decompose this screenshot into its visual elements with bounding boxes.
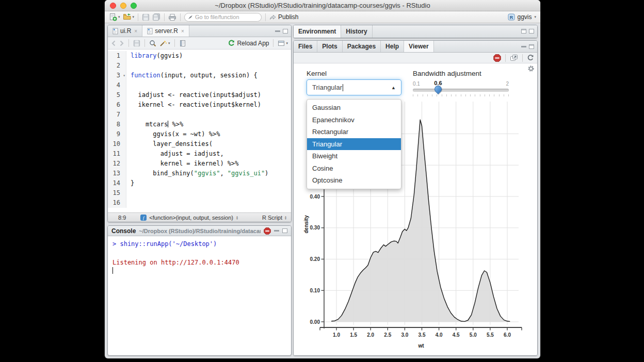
scope-selector[interactable]: f <function>(input, output, session) ▲▼	[140, 215, 238, 221]
bandwidth-slider[interactable]: 0.1 0.6 2	[413, 81, 509, 98]
stop-icon[interactable]	[264, 227, 271, 235]
reload-app-label: Reload App	[237, 40, 269, 47]
tab-viewer[interactable]: Viewer	[404, 41, 433, 52]
dropdown-option[interactable]: Gaussian	[307, 102, 401, 114]
open-file-button[interactable]: ▾	[123, 13, 135, 21]
traffic-lights	[110, 3, 137, 9]
stop-app-icon[interactable]	[493, 54, 501, 62]
goto-file-search[interactable]	[184, 13, 262, 22]
refresh-icon[interactable]	[527, 54, 534, 61]
fold-arrow-icon[interactable]: ▾	[123, 71, 125, 80]
tab-plots[interactable]: Plots	[317, 41, 342, 52]
pane-window-buttons	[521, 41, 534, 53]
environment-pane: EnvironmentHistory	[293, 25, 538, 38]
project-icon: R	[508, 13, 515, 21]
kernel-select[interactable]: Triangular ▲	[307, 79, 401, 95]
line-number: 5	[108, 90, 126, 100]
dropdown-option[interactable]: Cosine	[307, 162, 401, 175]
code-line[interactable]: 9 ggvis(x = ~wt) %>%	[108, 129, 291, 139]
tab-environment[interactable]: Environment	[294, 25, 341, 38]
maximize-pane-icon[interactable]	[283, 29, 288, 34]
document-icon	[112, 28, 118, 35]
dropdown-option[interactable]: Biweight	[307, 150, 401, 162]
publish-button[interactable]: Publish	[269, 13, 298, 21]
dropdown-option[interactable]: Triangular	[307, 138, 401, 151]
save-icon[interactable]	[142, 13, 150, 21]
code-line[interactable]: 5 iadjust <- reactive(input$adjust)	[108, 90, 291, 100]
code-line[interactable]: 4	[108, 80, 291, 90]
code-line[interactable]: 11 adjust = iadjust,	[108, 149, 291, 159]
open-in-new-window-icon[interactable]	[510, 54, 518, 61]
maximize-pane-icon[interactable]	[529, 44, 534, 49]
tab-history[interactable]: History	[341, 25, 372, 38]
maximize-pane-icon[interactable]	[282, 228, 287, 233]
save-document-icon[interactable]	[133, 40, 140, 47]
code-line[interactable]: 7	[108, 110, 291, 120]
code-line[interactable]: 2	[108, 61, 291, 71]
minimize-window-icon[interactable]	[120, 3, 126, 9]
panel-layout-button[interactable]: ▾	[278, 40, 288, 46]
dropdown-option[interactable]: Epanechnikov	[307, 114, 401, 126]
editor-tab-ui.R[interactable]: ui.R×	[108, 25, 142, 37]
tab-packages[interactable]: Packages	[343, 41, 381, 52]
editor-tab-server.R[interactable]: server.R×	[142, 25, 189, 37]
close-tab-icon[interactable]: ×	[181, 28, 184, 34]
line-number: 1	[108, 51, 126, 61]
chevron-up-icon: ▲	[391, 85, 396, 90]
code-line[interactable]: 16	[108, 198, 291, 208]
new-file-icon	[109, 13, 117, 21]
compile-notebook-icon[interactable]	[179, 40, 186, 47]
line-number: 15	[108, 188, 126, 198]
goto-file-input[interactable]	[195, 14, 258, 20]
code-line[interactable]: 1library(ggvis)	[108, 51, 291, 61]
code-segment: adjust = iadjust,	[131, 150, 224, 157]
code-line[interactable]: 3▾function(input, output, session) {	[108, 71, 291, 80]
code-line[interactable]: 8 mtcars %>%	[108, 120, 291, 129]
pane-window-buttons	[275, 25, 288, 37]
find-icon[interactable]	[149, 40, 156, 47]
goto-arrow-icon	[188, 14, 193, 20]
line-number: 10	[108, 139, 126, 149]
project-menu-button[interactable]: R ggvis ▾	[508, 13, 536, 21]
reload-app-button[interactable]: Reload App	[228, 40, 269, 47]
code-line[interactable]: 13 bind_shiny("ggvis", "ggvis_ui")	[108, 169, 291, 178]
back-icon[interactable]	[111, 40, 116, 46]
forward-icon[interactable]	[119, 40, 124, 46]
zoom-window-icon[interactable]	[131, 3, 137, 9]
line-number: 6	[108, 100, 126, 110]
new-file-button[interactable]: ▾	[109, 13, 120, 21]
toolbar-separator	[174, 39, 175, 47]
maximize-pane-icon[interactable]	[529, 29, 534, 34]
tab-files[interactable]: Files	[294, 41, 317, 52]
save-all-icon[interactable]	[152, 13, 160, 21]
code-line[interactable]: 12 kernel = ikernel) %>%	[108, 159, 291, 169]
title-bar[interactable]: ~/Dropbox (RStudio)/RStudio/training/dat…	[105, 0, 540, 11]
console-output[interactable]: > shiny::runApp('~/Desktop') Listening o…	[108, 236, 291, 279]
dropdown-option[interactable]: Optcosine	[307, 174, 401, 187]
code-line[interactable]: 15	[108, 188, 291, 198]
editor-toolbar: ▾ Reload App ▾	[108, 37, 291, 50]
slider-max-label: 2	[506, 81, 509, 87]
code-line[interactable]: 6 ikernel <- reactive(input$kernel)	[108, 100, 291, 110]
tab-help[interactable]: Help	[381, 41, 404, 52]
minimize-pane-icon[interactable]	[274, 230, 279, 232]
close-window-icon[interactable]	[110, 3, 116, 9]
code-segment: (input, output, session) {	[160, 72, 257, 79]
gear-icon[interactable]	[527, 65, 535, 72]
slider-track[interactable]	[413, 89, 509, 92]
chevron-down-icon: ▾	[534, 15, 536, 19]
code-editor[interactable]: 1library(ggvis)23▾function(input, output…	[108, 50, 291, 212]
x-tick-label: 1.5	[350, 332, 357, 338]
print-icon[interactable]	[168, 13, 176, 21]
dropdown-option[interactable]: Rectangular	[307, 126, 401, 138]
doc-type-selector[interactable]: R Script ▲▼	[262, 215, 287, 221]
minimize-pane-icon[interactable]	[275, 30, 280, 32]
minimize-pane-icon[interactable]	[521, 46, 526, 47]
close-tab-icon[interactable]: ×	[134, 28, 137, 34]
code-tools-button[interactable]: ▾	[159, 40, 170, 47]
editor-tab-label: ui.R	[120, 27, 131, 35]
code-line[interactable]: 14}	[108, 178, 291, 188]
code-line[interactable]: 10 layer_densities(	[108, 139, 291, 149]
restore-pane-icon[interactable]	[521, 29, 526, 34]
toolbar-separator	[273, 39, 273, 47]
